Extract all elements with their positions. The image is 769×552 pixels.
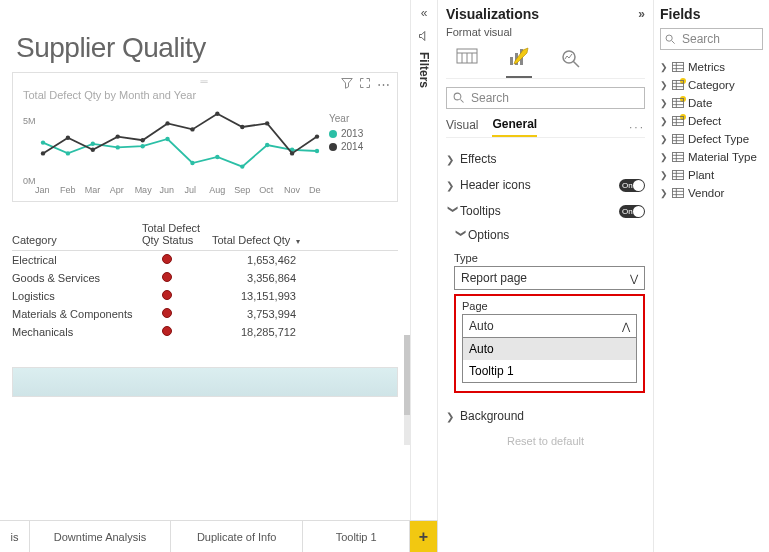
legend-item-2013[interactable]: 2013: [329, 128, 389, 139]
svg-rect-80: [673, 188, 684, 197]
format-mode-tabs: [446, 42, 645, 79]
table-icon: [672, 62, 684, 72]
filter-icon[interactable]: [341, 77, 353, 92]
legend-item-2014[interactable]: 2014: [329, 141, 389, 152]
line-chart-visual[interactable]: ═ ⋯ Total Defect Qty by Month and Year 5…: [12, 72, 398, 202]
svg-point-4: [91, 142, 95, 146]
svg-point-50: [666, 35, 672, 41]
svg-text:Dec: Dec: [309, 185, 321, 195]
status-dot-icon: [162, 272, 172, 282]
chevron-down-icon: ❯: [456, 228, 467, 242]
chevron-right-icon: ❯: [660, 134, 668, 144]
field-table-date[interactable]: ❯ Date: [660, 94, 763, 112]
field-table-material type[interactable]: ❯ Material Type: [660, 148, 763, 166]
expand-filters-icon[interactable]: «: [421, 6, 428, 20]
field-table-vendor[interactable]: ❯ Vendor: [660, 184, 763, 202]
filters-pane-collapsed[interactable]: « Filters: [410, 0, 438, 520]
svg-point-11: [265, 143, 269, 147]
section-effects[interactable]: ❯ Effects: [446, 146, 645, 172]
section-header-icons[interactable]: ❯ Header icons On: [446, 172, 645, 198]
status-dot-icon: [162, 290, 172, 300]
page-option-auto[interactable]: Auto: [463, 338, 636, 360]
page-tab-duplicate[interactable]: Duplicate of Info: [171, 521, 303, 552]
table-row[interactable]: Logistics 13,151,993: [12, 287, 398, 305]
page-title: Supplier Quality: [16, 32, 398, 64]
table-row[interactable]: Electrical 1,653,462: [12, 251, 398, 269]
field-table-defect[interactable]: ❯ Defect: [660, 112, 763, 130]
svg-point-14: [41, 151, 45, 155]
field-table-category[interactable]: ❯ Category: [660, 76, 763, 94]
svg-point-3: [66, 151, 70, 155]
type-dropdown[interactable]: Report page ⋁: [454, 266, 645, 290]
fields-pane: Fields Search ❯ Metrics ❯ Category ❯: [654, 0, 769, 552]
chevron-right-icon: ❯: [660, 188, 668, 198]
more-options-icon[interactable]: ⋯: [377, 77, 391, 92]
tooltips-toggle[interactable]: On: [619, 205, 645, 218]
table-visual[interactable]: Category Total Defect Qty Status Total D…: [12, 222, 398, 341]
status-dot-icon: [162, 308, 172, 318]
field-table-plant[interactable]: ❯ Plant: [660, 166, 763, 184]
page-dropdown[interactable]: Auto ⋀: [462, 314, 637, 338]
svg-line-49: [461, 100, 464, 103]
svg-text:Jul: Jul: [184, 185, 196, 195]
section-options[interactable]: ❯ Options: [454, 224, 645, 246]
format-visual-icon[interactable]: [502, 44, 536, 72]
svg-point-25: [315, 134, 319, 138]
build-visual-icon[interactable]: [450, 44, 484, 72]
field-table-defect type[interactable]: ❯ Defect Type: [660, 130, 763, 148]
page-tab-truncated[interactable]: is: [0, 521, 30, 552]
format-more-icon[interactable]: ···: [629, 120, 645, 134]
tab-visual[interactable]: Visual: [446, 118, 478, 136]
add-page-button[interactable]: +: [410, 521, 438, 552]
col-qty[interactable]: Total Defect Qty▾: [212, 234, 302, 246]
map-visual[interactable]: [12, 367, 398, 397]
svg-point-17: [116, 134, 120, 138]
svg-rect-72: [673, 152, 684, 161]
svg-text:Sep: Sep: [234, 185, 250, 195]
table-header-row: Category Total Defect Qty Status Total D…: [12, 222, 398, 251]
svg-point-6: [140, 144, 144, 148]
svg-point-8: [190, 161, 194, 165]
section-tooltips[interactable]: ❯ Tooltips On: [446, 198, 645, 224]
svg-point-16: [91, 148, 95, 152]
col-status[interactable]: Total Defect Qty Status: [142, 222, 212, 246]
chevron-right-icon: ❯: [660, 62, 668, 72]
svg-line-51: [672, 40, 675, 43]
svg-point-22: [240, 125, 244, 129]
col-category[interactable]: Category: [12, 234, 142, 246]
page-option-tooltip1[interactable]: Tooltip 1: [463, 360, 636, 382]
page-tabs-bar: is Downtime Analysis Duplicate of Info T…: [0, 520, 438, 552]
fields-search-input[interactable]: Search: [660, 28, 763, 50]
svg-rect-52: [673, 62, 684, 71]
collapse-viz-icon[interactable]: »: [638, 7, 645, 21]
chart-legend: Year 2013 2014: [329, 105, 389, 195]
field-table-metrics[interactable]: ❯ Metrics: [660, 58, 763, 76]
svg-text:Apr: Apr: [110, 185, 124, 195]
svg-text:0M: 0M: [23, 176, 36, 186]
chevron-right-icon: ❯: [446, 411, 460, 422]
page-dropdown-list: Auto Tooltip 1: [462, 338, 637, 383]
reset-to-default[interactable]: Reset to default: [446, 435, 645, 447]
section-background[interactable]: ❯ Background: [446, 403, 645, 429]
svg-text:Mar: Mar: [85, 185, 101, 195]
svg-rect-43: [510, 57, 513, 65]
svg-point-18: [140, 138, 144, 142]
focus-mode-icon[interactable]: [359, 77, 371, 92]
analytics-icon[interactable]: [554, 44, 588, 72]
svg-point-23: [265, 121, 269, 125]
page-tab-downtime[interactable]: Downtime Analysis: [30, 521, 171, 552]
svg-text:May: May: [135, 185, 153, 195]
table-row[interactable]: Materials & Components 3,753,994: [12, 305, 398, 323]
format-visual-label: Format visual: [446, 26, 645, 38]
tab-general[interactable]: General: [492, 117, 537, 137]
svg-point-9: [215, 155, 219, 159]
drag-handle-icon[interactable]: ═: [21, 79, 389, 85]
header-icons-toggle[interactable]: On: [619, 179, 645, 192]
svg-text:5M: 5M: [23, 116, 36, 126]
table-row[interactable]: Goods & Services 3,356,864: [12, 269, 398, 287]
format-tabs: Visual General ···: [446, 117, 645, 138]
table-row[interactable]: Mechanicals 18,285,712: [12, 323, 398, 341]
format-search-input[interactable]: Search: [446, 87, 645, 109]
status-dot-icon: [162, 326, 172, 336]
page-tab-tooltip1[interactable]: Tooltip 1: [303, 521, 410, 552]
